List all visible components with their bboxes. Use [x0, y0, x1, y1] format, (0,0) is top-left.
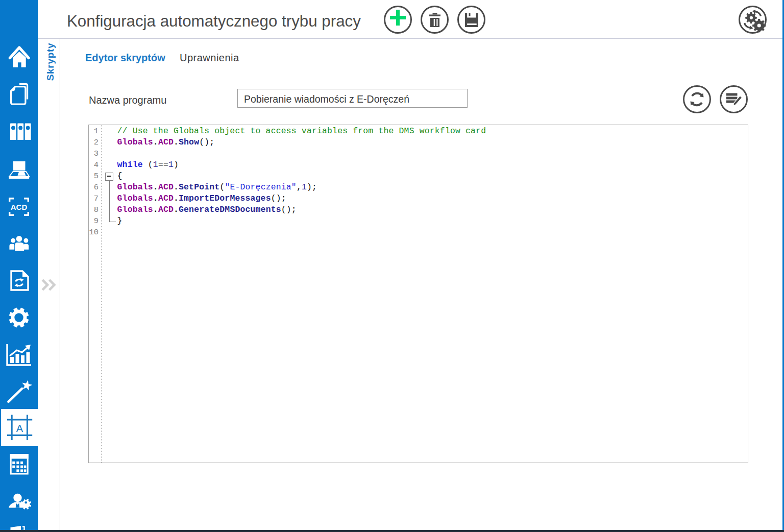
svg-text:ACD: ACD — [11, 203, 28, 211]
svg-text:A: A — [16, 423, 23, 434]
